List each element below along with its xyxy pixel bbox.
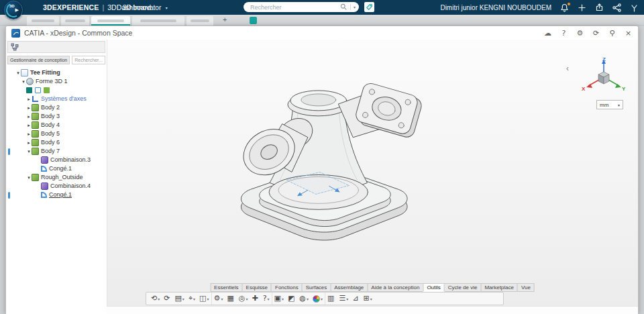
chevron-down-icon[interactable]: ▾: [370, 297, 372, 301]
tree-search-input[interactable]: [72, 56, 105, 64]
expander-icon[interactable]: ▸: [26, 123, 32, 128]
tree-structure-icon[interactable]: [11, 43, 19, 51]
tag-button[interactable]: [364, 2, 374, 12]
axis-triad[interactable]: Z X Y: [580, 57, 627, 99]
3dexperience-compass-logo[interactable]: 3D ▶: [4, 1, 23, 19]
chevron-down-icon[interactable]: ▾: [268, 297, 270, 301]
tree-item-body-3[interactable]: ▸ Body 3: [6, 112, 107, 121]
dashboard-tab[interactable]: [27, 16, 59, 25]
report-tool[interactable]: ☰▾: [337, 293, 350, 305]
window-title-bar[interactable]: CATIA - xDesign - Common Space ☁ ? ⚙ ⟳ ⚲…: [6, 26, 638, 40]
chevron-down-icon[interactable]: ▾: [307, 297, 309, 301]
mechanism-tool[interactable]: ⚙▾: [211, 293, 225, 305]
refresh-icon[interactable]: ⟳: [592, 29, 600, 38]
expander-icon[interactable]: ▾: [21, 79, 26, 85]
tab-vue[interactable]: Vue: [517, 283, 535, 292]
chevron-down-icon[interactable]: ▾: [182, 297, 184, 301]
robot-manipulator-tool[interactable]: ⟲▾: [149, 293, 162, 305]
tree-item-rough-outside[interactable]: ▾ Rough_Outside: [6, 173, 107, 182]
add-tab-button[interactable]: +: [223, 15, 227, 23]
quick-body-icon[interactable]: [44, 87, 50, 93]
expander-icon[interactable]: ▾: [26, 175, 32, 180]
chevron-down-icon[interactable]: ▾: [282, 297, 284, 301]
chevron-down-icon[interactable]: ▾: [346, 297, 348, 301]
dashboard-tab-active[interactable]: [91, 16, 130, 25]
search-icon[interactable]: [340, 3, 347, 11]
capture-image-tool[interactable]: ▣▾: [272, 293, 286, 305]
user-name[interactable]: Dimitri junior KENGNI NOUBOUDEM: [440, 4, 551, 11]
chevron-down-icon[interactable]: ▾: [207, 297, 209, 301]
help-icon[interactable]: ?: [559, 29, 568, 38]
expander-icon[interactable]: ▸: [26, 132, 32, 137]
measure-tool[interactable]: ⌖▾: [186, 293, 197, 305]
expander-icon[interactable]: ▸: [26, 97, 32, 102]
chevron-down-icon[interactable]: ▾: [321, 297, 323, 301]
tree-item-combinaison-3[interactable]: Combinaison.3: [6, 156, 107, 164]
collaborate-button[interactable]: [612, 3, 621, 12]
tree-item-conge-1-selected[interactable]: Congé.1: [6, 191, 107, 199]
tree-item-body-4[interactable]: ▸ Body 4: [6, 121, 107, 129]
angle-measure-tool[interactable]: ⊿: [350, 293, 361, 305]
pin-icon[interactable]: ⚲: [608, 29, 616, 38]
tree-item-body-6[interactable]: ▸ Body 6: [6, 138, 107, 147]
tree-item-body-2[interactable]: ▸ Body 2: [6, 103, 107, 112]
pinned-app-button[interactable]: [250, 17, 257, 24]
expander-icon[interactable]: ▸: [26, 105, 32, 111]
chart-analysis-tool[interactable]: ▥: [325, 293, 337, 305]
quick-filter-icon[interactable]: [26, 87, 32, 93]
update-tool[interactable]: ⟳: [162, 293, 172, 305]
units-dropdown[interactable]: mm ▾: [596, 100, 623, 109]
tab-outils[interactable]: Outils: [423, 283, 444, 292]
move-tool[interactable]: ✚: [250, 293, 260, 305]
tab-aide-conception[interactable]: Aide à la conception: [367, 283, 423, 292]
globe-browser-tool[interactable]: ◍▾: [297, 293, 311, 305]
tree-item-forme-3d[interactable]: ▾ Forme 3D 1: [6, 77, 107, 86]
tree-item-conge-1[interactable]: Congé.1: [6, 164, 107, 173]
tree-item-axis-systems[interactable]: ▸ Systèmes d'axes: [6, 95, 107, 103]
collapse-panel-chevron-icon[interactable]: ‹: [566, 64, 569, 73]
data-table-tool[interactable]: ⊞▾: [362, 293, 374, 305]
context-menu[interactable]: 3D Innovator ▾: [123, 0, 169, 15]
paste-special-tool[interactable]: ▤▾: [172, 293, 186, 305]
tree-item-combinaison-4[interactable]: Combinaison.4: [6, 182, 107, 191]
tab-essentiels[interactable]: Essentiels: [210, 283, 242, 292]
tab-marketplace[interactable]: Marketplace: [480, 283, 518, 292]
close-icon[interactable]: ×: [624, 29, 633, 38]
help-assistant-tool[interactable]: ?▾: [261, 293, 272, 305]
tree-item-body-5[interactable]: ▸ Body 5: [6, 129, 107, 138]
chevron-down-icon[interactable]: ▾: [246, 297, 248, 301]
cloud-sync-icon[interactable]: ☁: [543, 29, 552, 38]
dashboard-tab[interactable]: [61, 16, 89, 25]
tree-item-tee-fitting[interactable]: ▾ Tee Fitting: [6, 68, 107, 77]
design-manager-button[interactable]: Gestionnaire de conception: [7, 56, 70, 64]
quick-sketch-icon[interactable]: [35, 87, 41, 93]
tab-surfaces[interactable]: Surfaces: [302, 283, 331, 292]
search-options-chevron-icon[interactable]: ▾: [354, 5, 356, 9]
section-view-tool[interactable]: ◫▾: [197, 293, 211, 305]
tab-esquisse[interactable]: Esquisse: [242, 283, 272, 292]
add-button[interactable]: [578, 3, 586, 12]
expander-icon[interactable]: ▾: [15, 70, 21, 76]
search-input[interactable]: [249, 3, 340, 11]
global-search[interactable]: ▾: [244, 2, 359, 12]
pattern-grid-tool[interactable]: ▦: [225, 293, 236, 305]
color-material-tool[interactable]: ▾: [311, 293, 325, 305]
expander-icon[interactable]: ▸: [26, 114, 32, 119]
tee-fitting-model[interactable]: [107, 40, 638, 306]
chevron-down-icon[interactable]: ▾: [193, 297, 195, 301]
render-style-tool[interactable]: ◩: [286, 293, 297, 305]
expander-icon[interactable]: ▸: [26, 140, 32, 146]
3d-viewport[interactable]: Z X Y ‹ mm ▾ Essentiels Esquisse Fonctio…: [107, 40, 638, 306]
tree-item-body-7[interactable]: ▾ Body 7: [6, 147, 107, 156]
tab-assemblage[interactable]: Assemblage: [330, 283, 368, 292]
expander-icon[interactable]: ▾: [26, 149, 32, 154]
tab-cycle-de-vie[interactable]: Cycle de vie: [444, 283, 482, 292]
notifications-button[interactable]: [560, 3, 569, 12]
dashboard-tab[interactable]: [132, 16, 184, 25]
apps-button[interactable]: [630, 3, 639, 12]
tab-fonctions[interactable]: Fonctions: [271, 283, 303, 292]
chevron-down-icon[interactable]: ▾: [221, 297, 223, 301]
chevron-down-icon[interactable]: ▾: [158, 297, 160, 301]
share-button[interactable]: [595, 3, 604, 12]
thread-tool[interactable]: ◎▾: [237, 293, 250, 305]
